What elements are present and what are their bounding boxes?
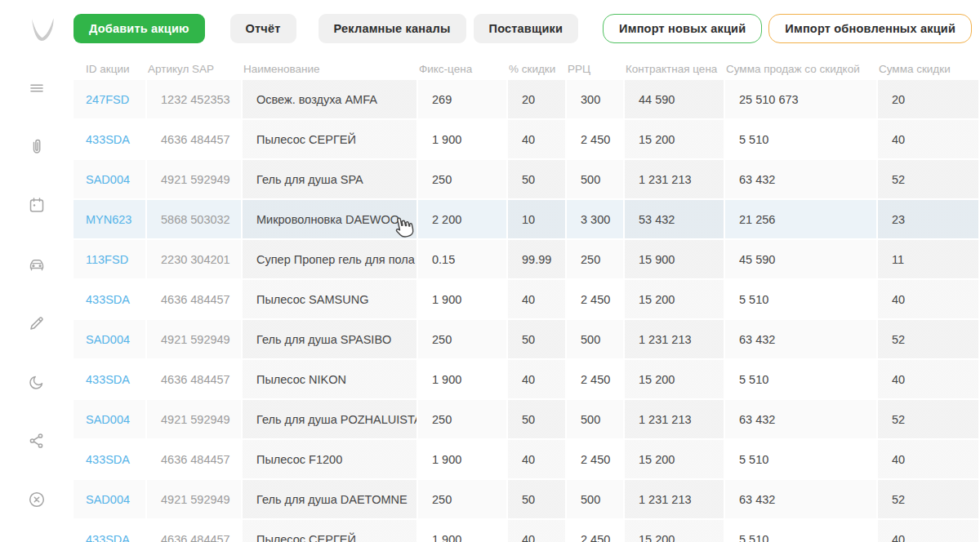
- cell-discount_sum: 40: [878, 360, 980, 400]
- cell-fixed_price: 1 900: [418, 280, 508, 320]
- cell-promo_id[interactable]: SAD004: [74, 400, 147, 440]
- pencil-icon[interactable]: [27, 313, 47, 333]
- suppliers-button[interactable]: Поставщики: [474, 14, 579, 43]
- cell-name: Освеж. воздуха AMFA: [243, 80, 418, 120]
- paperclip-icon[interactable]: [27, 137, 47, 157]
- cell-discount_pct: 50: [508, 480, 567, 520]
- cell-sap_sku: 4636 484457: [147, 280, 243, 320]
- calendar-icon[interactable]: [27, 196, 47, 215]
- cell-promo_id[interactable]: SAD004: [74, 160, 147, 200]
- promo-table-body: 247FSD1232 452353Освеж. воздуха AMFA2692…: [74, 80, 980, 542]
- cell-sap_sku: 5868 503032: [147, 200, 243, 240]
- cell-discount_pct: 99.99: [508, 240, 567, 280]
- cell-discount_sum: 40: [878, 280, 980, 320]
- table-row[interactable]: SAD0044921 592949Гель для душа DAETOMNE2…: [74, 480, 980, 520]
- cell-sap_sku: 4921 592949: [147, 320, 243, 360]
- table-row[interactable]: SAD0044921 592949Гель для душа SPASIBO25…: [74, 320, 980, 360]
- cell-contract_price: 1 231 213: [625, 320, 725, 360]
- table-row[interactable]: 113FSD2230 304201Супер Пропер гель для п…: [74, 240, 980, 280]
- table-row[interactable]: 433SDA4636 484457Пылесос СЕРГЕЙ1 900402 …: [74, 120, 980, 160]
- table-row[interactable]: MYN6235868 503032Микроволновка DAEWOO2 2…: [74, 200, 980, 240]
- ad-channels-button[interactable]: Рекламные каналы: [318, 14, 466, 43]
- import-updated-promos-button[interactable]: Импорт обновленных акций: [768, 14, 972, 43]
- cell-promo_id[interactable]: SAD004: [74, 320, 147, 360]
- cell-promo_id[interactable]: 433SDA: [74, 280, 147, 320]
- cell-rrp: 2 450: [567, 520, 625, 542]
- cell-contract_price: 15 200: [625, 440, 725, 480]
- import-new-promos-button[interactable]: Импорт новых акций: [603, 14, 762, 43]
- add-promo-button[interactable]: Добавить акцию: [74, 14, 205, 43]
- cell-name: Пылесос SAMSUNG: [243, 280, 418, 320]
- cell-sales_sum_discounted: 45 590: [725, 240, 878, 280]
- cell-promo_id[interactable]: 433SDA: [74, 520, 147, 542]
- column-header-contract_price: Контрактная цена: [625, 57, 725, 80]
- cell-rrp: 2 450: [567, 280, 625, 320]
- cell-sap_sku: 2230 304201: [147, 240, 243, 280]
- column-header-discount_sum: Сумма скидки: [878, 57, 980, 80]
- menu-icon[interactable]: [27, 78, 47, 98]
- table-row[interactable]: SAD0044921 592949Гель для душа SPA250505…: [74, 160, 980, 200]
- car-icon[interactable]: [27, 255, 47, 274]
- cell-name: Микроволновка DAEWOO: [243, 200, 418, 240]
- cell-fixed_price: 1 900: [418, 360, 508, 400]
- cell-discount_pct: 40: [508, 520, 567, 542]
- cell-fixed_price: 250: [418, 160, 508, 200]
- cell-promo_id[interactable]: MYN623: [74, 200, 147, 240]
- cell-discount_pct: 10: [508, 200, 567, 240]
- cell-rrp: 500: [567, 160, 625, 200]
- cell-rrp: 500: [567, 480, 625, 520]
- column-header-name: Наименование: [243, 57, 418, 80]
- cell-name: Пылесос СЕРГЕЙ: [243, 520, 418, 542]
- table-header: ID акцииАртикул SAPНаименованиеФикс-цена…: [74, 57, 980, 80]
- cell-fixed_price: 269: [418, 80, 508, 120]
- cell-contract_price: 1 231 213: [625, 480, 725, 520]
- cell-discount_sum: 20: [878, 80, 980, 120]
- cell-sales_sum_discounted: 5 510: [725, 280, 878, 320]
- cell-promo_id[interactable]: 433SDA: [74, 360, 147, 400]
- cell-rrp: 500: [567, 400, 625, 440]
- cell-discount_sum: 52: [878, 480, 980, 520]
- close-circle-icon[interactable]: [27, 490, 47, 509]
- cell-rrp: 300: [567, 80, 625, 120]
- cell-promo_id[interactable]: 433SDA: [74, 440, 147, 480]
- cell-fixed_price: 0.15: [418, 240, 508, 280]
- column-header-promo_id: ID акции: [74, 57, 147, 80]
- cell-promo_id[interactable]: SAD004: [74, 480, 147, 520]
- column-header-rrp: РРЦ: [567, 57, 625, 80]
- cell-fixed_price: 1 900: [418, 440, 508, 480]
- cell-discount_sum: 40: [878, 520, 980, 542]
- cell-promo_id[interactable]: 433SDA: [74, 120, 147, 160]
- cell-discount_pct: 40: [508, 120, 567, 160]
- cell-sap_sku: 1232 452353: [147, 80, 243, 120]
- sidebar: [0, 0, 74, 542]
- cell-rrp: 2 450: [567, 120, 625, 160]
- cell-contract_price: 44 590: [625, 80, 725, 120]
- cell-fixed_price: 2 200: [418, 200, 508, 240]
- cell-discount_sum: 52: [878, 400, 980, 440]
- moon-icon[interactable]: [27, 372, 47, 392]
- table-row[interactable]: 433SDA4636 484457Пылесос F12001 900402 4…: [74, 440, 980, 480]
- cell-promo_id[interactable]: 113FSD: [74, 240, 147, 280]
- cell-contract_price: 15 200: [625, 520, 725, 542]
- cell-discount_pct: 40: [508, 440, 567, 480]
- cell-sales_sum_discounted: 21 256: [725, 200, 878, 240]
- app-logo[interactable]: [26, 13, 64, 49]
- table-row[interactable]: SAD0044921 592949Гель для душа POZHALUIS…: [74, 400, 980, 440]
- cell-name: Гель для душа SPASIBO: [243, 320, 418, 360]
- table-row[interactable]: 247FSD1232 452353Освеж. воздуха AMFA2692…: [74, 80, 980, 120]
- table-row[interactable]: 433SDA4636 484457Пылесос NIKON1 900402 4…: [74, 360, 980, 400]
- cell-rrp: 500: [567, 320, 625, 360]
- cell-name: Пылесос F1200: [243, 440, 418, 480]
- cell-contract_price: 15 200: [625, 120, 725, 160]
- cell-sales_sum_discounted: 63 432: [725, 400, 878, 440]
- cell-sap_sku: 4636 484457: [147, 440, 243, 480]
- cell-promo_id[interactable]: 247FSD: [74, 80, 147, 120]
- cell-fixed_price: 250: [418, 400, 508, 440]
- cell-discount_sum: 52: [878, 160, 980, 200]
- toolbar: Добавить акцию Отчёт Рекламные каналы По…: [74, 14, 980, 43]
- cell-name: Гель для душа SPA: [243, 160, 418, 200]
- table-row[interactable]: 433SDA4636 484457Пылесос SAMSUNG1 900402…: [74, 280, 980, 320]
- table-row[interactable]: 433SDA4636 484457Пылесос СЕРГЕЙ1 900402 …: [74, 520, 980, 542]
- report-button[interactable]: Отчёт: [230, 14, 296, 43]
- share-icon[interactable]: [27, 431, 47, 451]
